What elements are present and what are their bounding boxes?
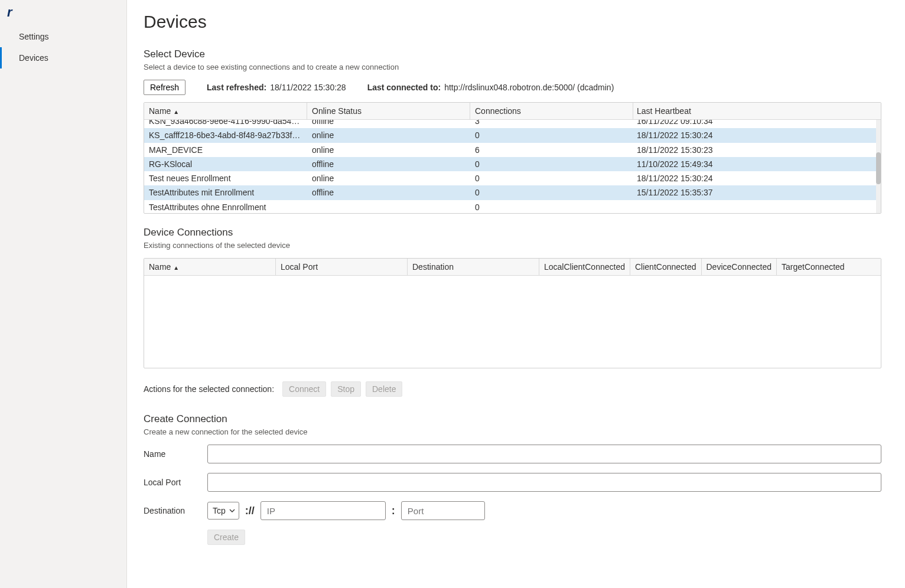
table-cell: TestAttributes ohne Ennrollment [144,200,307,213]
table-row[interactable]: KSN_93a46c88-9e6e-4116-9990-da54aa93f28e… [144,120,881,128]
connection-actions: Actions for the selected connection: Con… [144,381,881,397]
sort-asc-icon: ▲ [173,264,179,271]
table-cell: online [307,128,470,142]
create-button[interactable]: Create [207,530,245,545]
destination-label: Destination [144,506,207,515]
table-cell: offline [307,185,470,200]
sort-asc-icon: ▲ [173,109,179,115]
sidebar-item-settings[interactable]: Settings [0,26,126,47]
connect-button[interactable]: Connect [282,381,326,397]
toolbar: Refresh Last refreshed: 18/11/2022 15:30… [144,80,881,95]
last-refreshed-label: Last refreshed: [207,83,266,92]
table-row[interactable]: Test neues Enrollmentonline018/11/2022 1… [144,171,881,185]
table-cell [307,200,470,213]
table-cell: KSN_93a46c88-9e6e-4116-9990-da54aa93f28e [144,120,307,128]
table-cell: 18/11/2022 15:30:24 [633,128,881,142]
table-cell: Test neues Enrollment [144,171,307,185]
connections-grid-header: Name▲ Local Port Destination LocalClient… [144,259,881,276]
table-row[interactable]: TestAttributes ohne Ennrollment0 [144,200,881,213]
table-cell: offline [307,157,470,171]
delete-button[interactable]: Delete [366,381,402,397]
table-cell: MAR_DEVICE [144,143,307,157]
table-row[interactable]: TestAttributes mit Enrollmentoffline015/… [144,185,881,200]
create-connection-form: Name Local Port Destination Tcp :// : [144,445,881,545]
name-label: Name [144,449,207,459]
name-input[interactable] [207,445,881,463]
col-header-destination[interactable]: Destination [408,259,539,276]
table-cell: offline [307,120,470,128]
table-cell: 11/10/2022 15:49:34 [633,157,881,171]
table-cell: 0 [470,200,633,213]
section-conn-subtitle: Existing connections of the selected dev… [144,241,881,250]
col-header-local-port[interactable]: Local Port [276,259,408,276]
local-port-input[interactable] [207,473,881,492]
table-cell: 0 [470,128,633,142]
col-header-name[interactable]: Name▲ [144,103,307,120]
last-refreshed-value: 18/11/2022 15:30:28 [270,83,346,92]
table-cell: TestAttributes mit Enrollment [144,185,307,200]
section-select-title: Select Device [144,48,881,60]
col-header-target[interactable]: TargetConnected [777,259,881,276]
sidebar-item-label: Devices [19,53,48,63]
main-content: Devices Select Device Select a device to… [127,0,905,588]
table-cell: 3 [470,120,633,128]
col-header-device[interactable]: DeviceConnected [702,259,777,276]
col-header-local-client[interactable]: LocalClientConnected [539,259,630,276]
section-conn-title: Device Connections [144,227,881,239]
devices-grid-header: Name▲ Online Status Connections Last Hea… [144,103,881,120]
table-cell: 6 [470,143,633,157]
local-port-label: Local Port [144,478,207,487]
connections-grid-body[interactable] [144,276,881,368]
chevron-down-icon [229,506,235,515]
sidebar-item-label: Settings [19,32,49,41]
table-row[interactable]: KS_cafff218-6be3-4abd-8f48-9a27b33f5fbco… [144,128,881,142]
devices-grid-body[interactable]: KSN_93a46c88-9e6e-4116-9990-da54aa93f28e… [144,120,881,213]
table-cell: 15/11/2022 15:35:37 [633,185,881,200]
port-input[interactable] [401,501,485,520]
table-cell: 18/11/2022 15:30:23 [633,143,881,157]
devices-grid: Name▲ Online Status Connections Last Hea… [144,102,881,214]
table-cell: 0 [470,171,633,185]
connections-grid: Name▲ Local Port Destination LocalClient… [144,258,881,368]
table-row[interactable]: RG-KSlocaloffline011/10/2022 15:49:34 [144,157,881,171]
table-row[interactable]: MAR_DEVICEonline618/11/2022 15:30:23 [144,143,881,157]
table-cell: online [307,143,470,157]
col-header-client[interactable]: ClientConnected [630,259,702,276]
table-cell: 0 [470,157,633,171]
section-create-subtitle: Create a new connection for the selected… [144,427,881,436]
actions-label: Actions for the selected connection: [144,384,274,394]
last-connected: Last connected to: http://rdslinux048.ro… [367,83,614,92]
last-connected-value: http://rdslinux048.robotron.de:5000/ (dc… [444,83,614,92]
section-select-subtitle: Select a device to see existing connecti… [144,63,881,71]
scrollbar-thumb[interactable] [876,152,881,184]
col-header-heartbeat[interactable]: Last Heartbeat [633,103,881,120]
sidebar-item-devices[interactable]: Devices [0,47,126,68]
col-header-conn-name[interactable]: Name▲ [144,259,276,276]
last-refreshed: Last refreshed: 18/11/2022 15:30:28 [207,83,346,92]
last-connected-label: Last connected to: [367,83,441,92]
table-cell: 0 [470,185,633,200]
table-cell: 18/11/2022 15:30:24 [633,171,881,185]
stop-button[interactable]: Stop [331,381,361,397]
protocol-select[interactable]: Tcp [207,502,239,520]
col-header-status[interactable]: Online Status [307,103,470,120]
sidebar: r Settings Devices [0,0,127,588]
app-logo: r [0,2,126,26]
table-cell: RG-KSlocal [144,157,307,171]
col-header-connections[interactable]: Connections [470,103,633,120]
scheme-separator: :// [244,505,256,517]
protocol-value: Tcp [213,506,226,515]
section-create-title: Create Connection [144,413,881,425]
table-cell: KS_cafff218-6be3-4abd-8f48-9a27b33f5fbc [144,128,307,142]
colon-separator: : [390,505,396,517]
destination-group: Tcp :// : [207,501,485,520]
table-cell: online [307,171,470,185]
table-cell: 16/11/2022 09:10:34 [633,120,881,128]
refresh-button[interactable]: Refresh [144,80,185,95]
ip-input[interactable] [261,501,386,520]
scrollbar-track[interactable] [876,120,881,213]
page-title: Devices [144,12,881,32]
table-cell [633,200,881,213]
